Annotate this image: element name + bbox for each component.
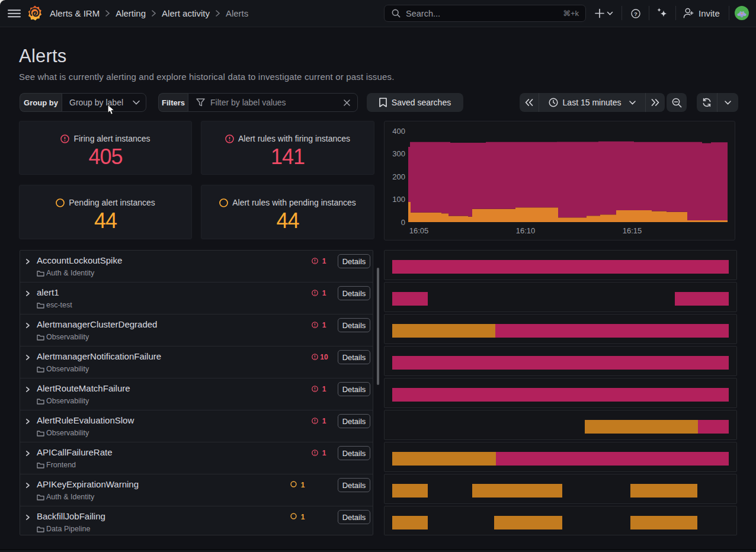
svg-text:200: 200: [392, 172, 405, 181]
svg-text:400: 400: [392, 127, 405, 136]
svg-text:100: 100: [392, 195, 405, 204]
svg-text:300: 300: [392, 149, 405, 158]
svg-text:0: 0: [401, 218, 405, 227]
svg-text:16:15: 16:15: [623, 226, 642, 235]
svg-text:?: ?: [634, 11, 638, 17]
svg-text:16:05: 16:05: [409, 226, 429, 235]
svg-text:16:10: 16:10: [516, 226, 536, 235]
